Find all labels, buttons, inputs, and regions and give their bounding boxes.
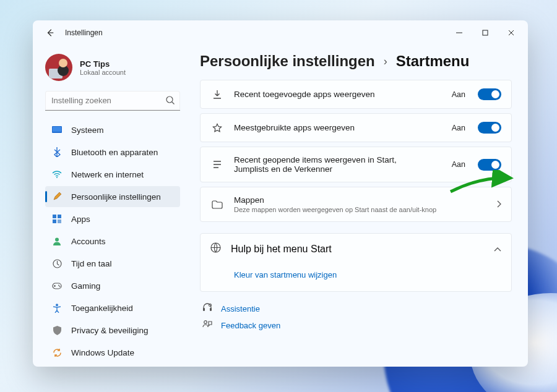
globe-icon: [210, 242, 221, 255]
toggle-state: Aan: [452, 90, 465, 99]
window-chrome: [446, 23, 524, 42]
accessibility-icon: [51, 302, 63, 313]
help-link-accent-color[interactable]: Kleur van startmenu wijzigen: [234, 270, 337, 279]
wifi-icon: [51, 169, 63, 180]
toggle-most-used[interactable]: [478, 122, 501, 134]
apps-icon: [51, 213, 63, 224]
star-icon: [210, 123, 224, 133]
svg-point-9: [55, 238, 59, 242]
nav-time-language[interactable]: Tijd en taal: [45, 253, 180, 274]
svg-point-14: [56, 304, 58, 306]
nav-list: Systeem Bluetooth en apparaten Netwerk e…: [45, 119, 180, 363]
settings-window: Instellingen PC Tips Lokaal account: [33, 20, 528, 367]
help-title: Hulp bij het menu Start: [231, 244, 484, 255]
svg-rect-8: [58, 219, 61, 223]
svg-rect-16: [203, 308, 205, 311]
search-box: [45, 91, 180, 111]
nav-label: Netwerk en internet: [71, 170, 144, 179]
display-icon: [51, 124, 63, 135]
update-icon: [51, 347, 63, 358]
nav-label: Gaming: [71, 281, 100, 291]
paintbrush-icon: [51, 191, 63, 202]
nav-network[interactable]: Netwerk en internet: [45, 164, 180, 185]
svg-rect-17: [210, 308, 212, 311]
svg-point-12: [58, 284, 59, 286]
maximize-icon: [482, 30, 488, 36]
nav-label: Persoonlijke instellingen: [71, 192, 161, 202]
nav-bluetooth[interactable]: Bluetooth en apparaten: [45, 142, 180, 163]
list-icon: [210, 161, 224, 168]
toggle-recent-apps[interactable]: [478, 88, 501, 100]
link-label: Feedback geven: [221, 321, 280, 330]
svg-rect-3: [53, 127, 61, 132]
setting-recent-apps: Recent toegevoegde apps weergeven Aan: [200, 80, 512, 109]
nav-label: Privacy & beveiliging: [71, 326, 149, 335]
folder-icon: [210, 200, 224, 209]
sidebar: PC Tips Lokaal account Systeem Bluetooth…: [33, 45, 189, 367]
svg-point-20: [204, 321, 207, 324]
minimize-button[interactable]: [446, 23, 472, 42]
nav-label: Systeem: [71, 126, 104, 135]
setting-label: Recent toegevoegde apps weergeven: [234, 90, 442, 99]
setting-label: Meestgebruikte apps weergeven: [234, 123, 442, 132]
setting-sublabel: Deze mappen worden weergegeven op Start …: [234, 206, 486, 213]
svg-rect-0: [483, 30, 488, 35]
window-title: Instellingen: [65, 28, 103, 37]
link-label: Assistentie: [221, 304, 260, 313]
profile-block[interactable]: PC Tips Lokaal account: [45, 50, 180, 90]
nav-privacy[interactable]: Privacy & beveiliging: [45, 320, 180, 341]
nav-accounts[interactable]: Accounts: [45, 231, 180, 252]
toggle-state: Aan: [452, 124, 465, 132]
arrow-left-icon: [46, 28, 54, 37]
back-button[interactable]: [41, 24, 59, 41]
profile-name: PC Tips: [80, 59, 126, 69]
nav-label: Tijd en taal: [71, 259, 112, 268]
nav-label: Toegankelijkheid: [71, 304, 133, 313]
close-button[interactable]: [498, 23, 524, 42]
nav-accessibility[interactable]: Toegankelijkheid: [45, 297, 180, 318]
nav-apps[interactable]: Apps: [45, 208, 180, 229]
svg-point-4: [56, 177, 58, 178]
search-input[interactable]: [45, 91, 180, 111]
setting-label: Mappen: [234, 195, 486, 205]
person-icon: [51, 236, 63, 247]
svg-rect-6: [58, 215, 61, 218]
content-area: Persoonlijke instellingen › Startmenu Re…: [189, 45, 528, 367]
minimize-icon: [456, 30, 462, 36]
help-expander[interactable]: Hulp bij het menu Start: [201, 234, 511, 264]
toggle-recent-items[interactable]: [478, 159, 501, 171]
footer-links: ? Assistentie Feedback geven: [200, 303, 512, 331]
breadcrumb: Persoonlijke instellingen › Startmenu: [200, 53, 512, 70]
breadcrumb-current: Startmenu: [396, 53, 470, 70]
nav-system[interactable]: Systeem: [45, 119, 180, 140]
breadcrumb-parent[interactable]: Persoonlijke instellingen: [200, 53, 375, 70]
svg-point-13: [59, 286, 61, 287]
bluetooth-icon: [51, 147, 63, 158]
nav-personalization[interactable]: Persoonlijke instellingen: [45, 186, 180, 207]
clock-globe-icon: [51, 258, 63, 269]
setting-folders[interactable]: Mappen Deze mappen worden weergegeven op…: [200, 187, 512, 222]
close-icon: [508, 30, 514, 36]
nav-windows-update[interactable]: Windows Update: [45, 342, 180, 363]
chevron-right-icon: ›: [384, 55, 387, 68]
search-icon: [165, 95, 175, 108]
svg-rect-5: [53, 215, 56, 218]
nav-gaming[interactable]: Gaming: [45, 275, 180, 296]
link-feedback[interactable]: Feedback geven: [202, 320, 512, 331]
headset-icon: ?: [202, 303, 214, 314]
nav-label: Apps: [71, 215, 90, 224]
svg-rect-7: [53, 219, 56, 223]
chevron-right-icon: [496, 199, 501, 210]
shield-icon: [51, 325, 63, 336]
help-card: Hulp bij het menu Start Kleur van startm…: [200, 233, 512, 292]
maximize-button[interactable]: [472, 23, 498, 42]
download-icon: [210, 90, 224, 100]
titlebar: Instellingen: [33, 20, 528, 45]
setting-label: Recent geopende items weergeven in Start…: [234, 155, 432, 174]
setting-recent-items: Recent geopende items weergeven in Start…: [200, 147, 512, 182]
svg-text:?: ?: [210, 304, 211, 307]
link-assist[interactable]: ? Assistentie: [202, 303, 512, 314]
toggle-state: Aan: [452, 160, 465, 169]
gamepad-icon: [51, 280, 63, 291]
avatar: [45, 54, 72, 81]
